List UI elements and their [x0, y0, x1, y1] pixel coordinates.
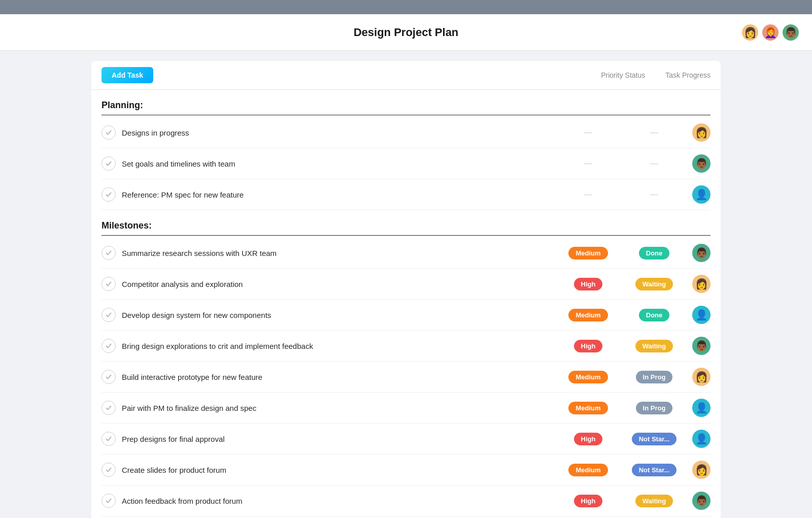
task-status: Done — [626, 309, 682, 321]
header: Design Project Plan 👩 👩‍🦰 👨🏾 — [0, 14, 812, 51]
task-status: Waiting — [626, 278, 682, 290]
task-row: Set goals and timelines with team——👨🏾 — [101, 148, 710, 179]
task-checkbox[interactable] — [101, 125, 116, 140]
task-checkbox[interactable] — [101, 339, 116, 353]
task-status: Waiting — [626, 495, 682, 507]
avatar-3: 👨🏾 — [782, 23, 800, 42]
task-avatar: 👩 — [692, 123, 710, 142]
task-checkbox[interactable] — [101, 246, 116, 260]
task-checkbox[interactable] — [101, 187, 116, 202]
status-badge: Not Star... — [632, 433, 677, 445]
section-header-planning: Planning: — [101, 90, 710, 115]
status-empty: — — [626, 128, 682, 137]
toolbar-right: Priority Status Task Progress — [601, 71, 710, 79]
task-checkbox[interactable] — [101, 494, 116, 508]
task-name: Reference: PM spec for new feature — [122, 190, 560, 199]
task-avatar: 👩 — [692, 368, 710, 386]
task-name: Competitor analysis and exploration — [122, 280, 560, 288]
priority-empty: — — [560, 128, 616, 137]
status-badge: In Prog — [636, 371, 673, 383]
status-badge: Waiting — [635, 340, 673, 352]
task-checkbox[interactable] — [101, 370, 116, 384]
task-avatar: 👤 — [692, 399, 710, 417]
status-badge: In Prog — [636, 402, 673, 414]
status-badge: Not Star... — [632, 464, 677, 476]
header-avatars: 👩 👩‍🦰 👨🏾 — [741, 23, 800, 42]
task-priority: Medium — [560, 464, 616, 476]
status-badge: Waiting — [635, 278, 673, 290]
task-checkbox[interactable] — [101, 432, 116, 446]
priority-status-label: Priority Status — [601, 71, 645, 79]
task-name: Build interactive prototype for new feat… — [122, 373, 560, 381]
task-status: Waiting — [626, 340, 682, 352]
task-priority: Medium — [560, 247, 616, 260]
task-priority: Medium — [560, 402, 616, 414]
task-avatar: 👤 — [692, 185, 710, 204]
task-status: Not Star... — [626, 464, 682, 476]
task-name: Develop design system for new components — [122, 311, 560, 319]
task-progress-label: Task Progress — [665, 71, 710, 79]
priority-badge: Medium — [568, 464, 607, 476]
task-name: Set goals and timelines with team — [122, 159, 560, 168]
task-avatar: 👨🏾 — [692, 154, 710, 173]
top-bar — [0, 0, 812, 14]
priority-badge: Medium — [568, 402, 607, 414]
task-checkbox[interactable] — [101, 463, 116, 477]
priority-badge: Medium — [568, 247, 607, 260]
task-priority: High — [560, 433, 616, 445]
task-status: In Prog — [626, 402, 682, 414]
add-task-button[interactable]: Add Task — [101, 67, 153, 83]
task-row: Build interactive prototype for new feat… — [101, 362, 710, 393]
task-row: Reference: PM spec for new feature——👤 — [101, 179, 710, 210]
avatar-2: 👩‍🦰 — [761, 23, 780, 42]
task-avatar: 👩 — [692, 461, 710, 479]
task-avatar: 👤 — [692, 430, 710, 448]
task-name: Summarize research sessions with UXR tea… — [122, 249, 560, 257]
task-row: Action feedback from product forumHighWa… — [101, 485, 710, 516]
task-name: Bring design explorations to crit and im… — [122, 342, 560, 350]
task-avatar: 👨🏾 — [692, 492, 710, 510]
task-avatar: 👨🏾 — [692, 244, 710, 262]
priority-badge: Medium — [568, 309, 607, 321]
task-list-container: Planning:Designs in progress——👩Set goals… — [91, 90, 721, 518]
priority-empty: — — [560, 190, 616, 199]
task-row: Bring design explorations to crit and im… — [101, 331, 710, 362]
status-empty: — — [626, 190, 682, 199]
task-row: Create slides for product forumMediumNot… — [101, 455, 710, 485]
priority-badge: Medium — [568, 371, 607, 383]
task-status: In Prog — [626, 371, 682, 383]
task-name: Designs in progress — [122, 128, 560, 137]
task-row: Designs in progress——👩 — [101, 117, 710, 148]
task-checkbox[interactable] — [101, 401, 116, 415]
task-priority: High — [560, 495, 616, 507]
avatar-1: 👩 — [741, 23, 759, 42]
task-priority: — — [560, 190, 616, 199]
task-avatar: 👨🏾 — [692, 337, 710, 355]
task-status: Done — [626, 247, 682, 260]
task-checkbox[interactable] — [101, 277, 116, 291]
task-row: Summarize research sessions with UXR tea… — [101, 238, 710, 269]
task-row: Pair with PM to finalize design and spec… — [101, 393, 710, 424]
task-row: Develop design system for new components… — [101, 300, 710, 331]
task-priority: — — [560, 159, 616, 168]
task-avatar: 👤 — [692, 306, 710, 324]
priority-badge: High — [574, 278, 603, 290]
task-status: — — [626, 190, 682, 199]
task-checkbox[interactable] — [101, 308, 116, 322]
task-checkbox[interactable] — [101, 156, 116, 171]
task-status: — — [626, 159, 682, 168]
priority-badge: High — [574, 495, 603, 507]
task-name: Create slides for product forum — [122, 466, 560, 474]
task-priority: — — [560, 128, 616, 137]
section-header-milestones: Milestones: — [101, 210, 710, 236]
task-status: — — [626, 128, 682, 137]
task-row: Competitor analysis and explorationHighW… — [101, 269, 710, 300]
task-priority: High — [560, 278, 616, 290]
status-empty: — — [626, 159, 682, 168]
task-priority: Medium — [560, 309, 616, 321]
priority-badge: High — [574, 433, 603, 445]
task-name: Action feedback from product forum — [122, 497, 560, 505]
task-status: Not Star... — [626, 433, 682, 445]
status-badge: Done — [639, 309, 670, 321]
status-badge: Done — [639, 247, 670, 260]
